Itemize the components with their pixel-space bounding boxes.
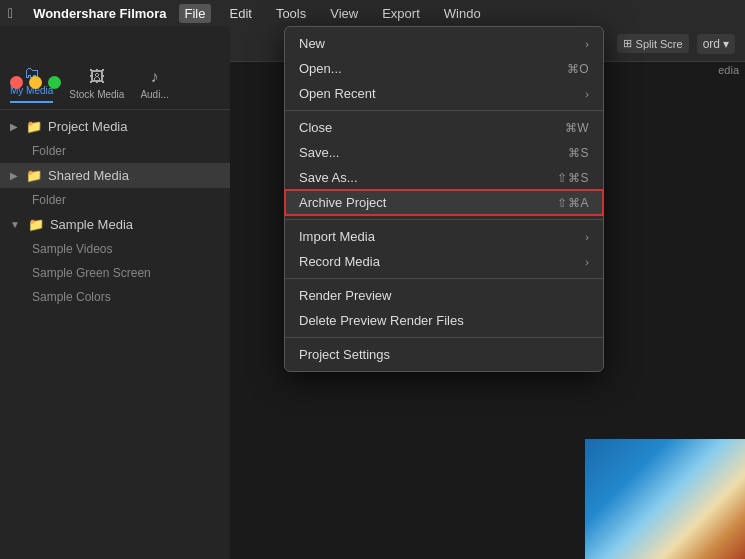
open-label: Open... (299, 61, 342, 76)
menu-item-open-recent[interactable]: Open Recent › (285, 81, 603, 106)
save-label: Save... (299, 145, 339, 160)
menu-item-record-media[interactable]: Record Media › (285, 249, 603, 274)
menu-item-close[interactable]: Close ⌘W (285, 115, 603, 140)
menu-tools[interactable]: Tools (270, 4, 312, 23)
menu-item-save-as[interactable]: Save As... ⇧⌘S (285, 165, 603, 190)
open-shortcut: ⌘O (567, 62, 589, 76)
menu-item-save[interactable]: Save... ⌘S (285, 140, 603, 165)
menu-view[interactable]: View (324, 4, 364, 23)
import-media-label: Import Media (299, 229, 375, 244)
main-area: 🗂 My Media 🖼 Stock Media ♪ Audi... ▶ 📁 P… (0, 26, 745, 559)
open-recent-label: Open Recent (299, 86, 376, 101)
close-shortcut: ⌘W (565, 121, 589, 135)
new-arrow: › (585, 38, 589, 50)
render-preview-label: Render Preview (299, 288, 392, 303)
new-label: New (299, 36, 325, 51)
menu-item-import-media[interactable]: Import Media › (285, 224, 603, 249)
separator-2 (285, 219, 603, 220)
file-dropdown-menu: New › Open... ⌘O Open Recent › Close ⌘W (284, 26, 604, 372)
menu-item-project-settings[interactable]: Project Settings (285, 342, 603, 367)
record-media-label: Record Media (299, 254, 380, 269)
menu-item-delete-preview[interactable]: Delete Preview Render Files (285, 308, 603, 333)
save-as-label: Save As... (299, 170, 358, 185)
menu-edit[interactable]: Edit (223, 4, 257, 23)
save-shortcut: ⌘S (568, 146, 589, 160)
archive-shortcut: ⇧⌘A (557, 196, 589, 210)
project-settings-label: Project Settings (299, 347, 390, 362)
close-label: Close (299, 120, 332, 135)
import-arrow: › (585, 231, 589, 243)
app-name: Wondershare Filmora (33, 6, 166, 21)
menu-item-render-preview[interactable]: Render Preview (285, 283, 603, 308)
menu-export[interactable]: Export (376, 4, 426, 23)
archive-project-label: Archive Project (299, 195, 386, 210)
open-recent-arrow: › (585, 88, 589, 100)
menu-item-archive-project[interactable]: Archive Project ⇧⌘A (285, 190, 603, 215)
menu-windo[interactable]: Windo (438, 4, 487, 23)
menu-file[interactable]: File (179, 4, 212, 23)
record-arrow: › (585, 256, 589, 268)
dropdown-overlay: New › Open... ⌘O Open Recent › Close ⌘W (0, 26, 745, 559)
menu-item-open[interactable]: Open... ⌘O (285, 56, 603, 81)
separator-1 (285, 110, 603, 111)
separator-3 (285, 278, 603, 279)
delete-preview-label: Delete Preview Render Files (299, 313, 464, 328)
separator-4 (285, 337, 603, 338)
apple-icon[interactable]:  (8, 5, 13, 21)
menubar:  Wondershare Filmora File Edit Tools Vi… (0, 0, 745, 26)
menu-item-new[interactable]: New › (285, 31, 603, 56)
save-as-shortcut: ⇧⌘S (557, 171, 589, 185)
